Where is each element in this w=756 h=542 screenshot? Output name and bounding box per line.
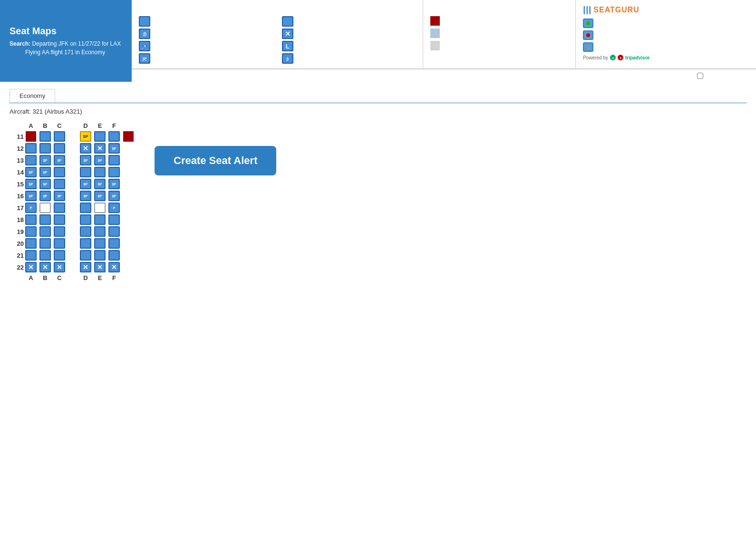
- seat-12f[interactable]: $P: [107, 143, 121, 154]
- seat-13c[interactable]: $P: [52, 155, 67, 165]
- powered-by: Powered by ● ● tripadvisor: [583, 55, 749, 60]
- seat-16b[interactable]: $P: [38, 191, 52, 201]
- seat-21e[interactable]: [93, 250, 107, 261]
- seat-19c[interactable]: [52, 226, 67, 237]
- seat-17b[interactable]: [38, 203, 52, 213]
- create-seat-alert-button[interactable]: Create Seat Alert: [155, 146, 276, 175]
- seat-19f[interactable]: [107, 226, 121, 237]
- seat-14e[interactable]: [93, 167, 107, 177]
- search-detail-line1: Departing JFK on 11/27/22 for LAX: [32, 40, 121, 47]
- seat-16e[interactable]: $P: [93, 191, 107, 201]
- seat-12d[interactable]: ✕: [78, 143, 93, 154]
- seat-11a[interactable]: [24, 131, 38, 142]
- seat-11b[interactable]: [38, 131, 52, 142]
- seat-13f[interactable]: [107, 155, 121, 165]
- seat-17d[interactable]: [78, 203, 93, 213]
- legend-blocked: ✕ Blocked: [282, 29, 416, 39]
- seat-15a[interactable]: $P: [24, 179, 38, 189]
- seat-icon-22b: ✕: [39, 262, 51, 272]
- seat-21d[interactable]: [78, 250, 93, 261]
- seat-14f[interactable]: [107, 167, 121, 177]
- seat-14d[interactable]: [78, 167, 93, 177]
- seat-icon-18b: [39, 214, 51, 225]
- location-exit: Exit Row: [430, 16, 569, 26]
- seat-15f[interactable]: $P: [107, 179, 121, 189]
- seat-18d[interactable]: [78, 214, 93, 225]
- seat-13d[interactable]: $P: [78, 155, 93, 165]
- seat-22a[interactable]: ✕: [24, 262, 38, 272]
- seat-22f[interactable]: ✕: [107, 262, 121, 272]
- seat-19d[interactable]: [78, 226, 93, 237]
- seat-16a[interactable]: $P: [24, 191, 38, 201]
- seat-13b[interactable]: $P: [38, 155, 52, 165]
- seat-22e[interactable]: ✕: [93, 262, 107, 272]
- seat-14a[interactable]: $P: [24, 167, 38, 177]
- row-num-22: 22: [10, 264, 24, 271]
- seat-icon-20c: [54, 238, 65, 249]
- seat-11e[interactable]: [93, 131, 107, 142]
- seat-12c[interactable]: [52, 143, 67, 154]
- mixed-review-label: Mixed Review: [596, 44, 632, 50]
- seat-17f[interactable]: P: [107, 203, 121, 213]
- col-header-a: A: [24, 122, 38, 129]
- seat-18b[interactable]: [38, 214, 52, 225]
- seat-15c[interactable]: [52, 179, 67, 189]
- available-icon: [139, 16, 150, 27]
- seat-16d[interactable]: $P: [78, 191, 93, 201]
- seat-17a[interactable]: P: [24, 203, 38, 213]
- seat-11c[interactable]: [52, 131, 67, 142]
- seat-row-14: 14 $P $P: [10, 167, 136, 177]
- seat-12e[interactable]: ✕: [93, 143, 107, 154]
- seat-15d[interactable]: $P: [78, 179, 93, 189]
- seat-icon-14c: [54, 167, 65, 177]
- seat-icon-15d: $P: [80, 179, 91, 189]
- seat-17e[interactable]: [93, 203, 107, 213]
- seat-20c[interactable]: [52, 238, 67, 249]
- seat-14c[interactable]: [52, 167, 67, 177]
- seat-20e[interactable]: [93, 238, 107, 249]
- seat-18c[interactable]: [52, 214, 67, 225]
- turn-off-checkbox[interactable]: [697, 73, 703, 79]
- seat-19b[interactable]: [38, 226, 52, 237]
- seat-15b[interactable]: $P: [38, 179, 52, 189]
- seat-16c[interactable]: $P: [52, 191, 67, 201]
- seat-20b[interactable]: [38, 238, 52, 249]
- seat-19a[interactable]: [24, 226, 38, 237]
- seat-20d[interactable]: [78, 238, 93, 249]
- seat-15e[interactable]: $P: [93, 179, 107, 189]
- seat-13a[interactable]: [24, 155, 38, 165]
- seat-icon-12c: [54, 143, 65, 154]
- seat-icon-11d: $P: [80, 131, 91, 142]
- seat-21b[interactable]: [38, 250, 52, 261]
- seat-20f[interactable]: [107, 238, 121, 249]
- turn-off-label: Turn Off Pop-ups: [706, 72, 749, 79]
- col-header-f-bottom: F: [107, 274, 121, 281]
- seat-21a[interactable]: [24, 250, 38, 261]
- seat-12b[interactable]: [38, 143, 52, 154]
- review-mixed: Mixed Review: [583, 42, 749, 52]
- seat-19e[interactable]: [93, 226, 107, 237]
- seat-18e[interactable]: [93, 214, 107, 225]
- seat-icon-22a: ✕: [25, 262, 37, 272]
- turn-off-popups[interactable]: Turn Off Pop-ups: [697, 72, 749, 79]
- seat-17c[interactable]: [52, 203, 67, 213]
- seat-21c[interactable]: [52, 250, 67, 261]
- seat-18f[interactable]: [107, 214, 121, 225]
- seat-icon-18c: [54, 214, 65, 225]
- seat-12a[interactable]: [24, 143, 38, 154]
- seat-13e[interactable]: $P: [93, 155, 107, 165]
- row-num-15: 15: [10, 181, 24, 188]
- seat-20a[interactable]: [24, 238, 38, 249]
- seat-16f[interactable]: $P: [107, 191, 121, 201]
- seat-11f[interactable]: [107, 131, 121, 142]
- seat-18a[interactable]: [24, 214, 38, 225]
- seat-map-right: Create Seat Alert: [155, 122, 746, 283]
- tab-economy[interactable]: Economy: [10, 89, 55, 103]
- seat-11d[interactable]: $P: [78, 131, 93, 142]
- seat-21f[interactable]: [107, 250, 121, 261]
- seat-22d[interactable]: ✕: [78, 262, 93, 272]
- legend-paid: $ Paid: [282, 53, 416, 64]
- seat-14b[interactable]: $P: [38, 167, 52, 177]
- seat-22c[interactable]: ✕: [52, 262, 67, 272]
- seat-22b[interactable]: ✕: [38, 262, 52, 272]
